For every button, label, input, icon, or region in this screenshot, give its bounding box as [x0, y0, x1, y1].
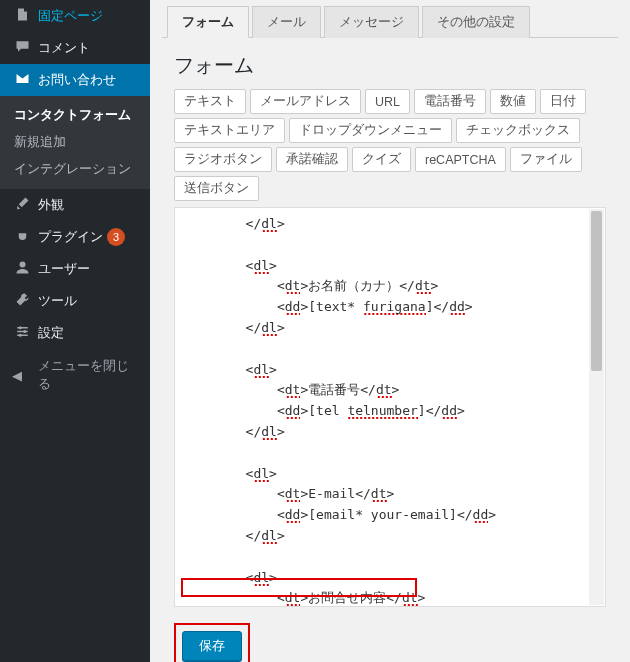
wrench-icon — [12, 292, 32, 310]
svg-point-3 — [18, 334, 21, 337]
sidebar-item-tools[interactable]: ツール — [0, 285, 150, 317]
sidebar-item-pages[interactable]: 固定ページ — [0, 0, 150, 32]
tab-bar: フォーム メール メッセージ その他の設定 — [162, 5, 618, 38]
sidebar-item-comments[interactable]: コメント — [0, 32, 150, 64]
sidebar-item-label: ユーザー — [38, 260, 90, 278]
user-icon — [12, 260, 32, 278]
sidebar-item-label: お問い合わせ — [38, 71, 116, 89]
tag-button[interactable]: クイズ — [352, 147, 411, 172]
save-button[interactable]: 保存 — [182, 631, 242, 661]
collapse-icon: ◀ — [12, 368, 32, 383]
mail-icon — [12, 71, 32, 89]
panel-heading: フォーム — [174, 52, 606, 79]
tag-button[interactable]: 電話番号 — [414, 89, 486, 114]
plug-icon — [12, 228, 32, 246]
sliders-icon — [12, 324, 32, 342]
sidebar-collapse[interactable]: ◀ メニューを閉じる — [0, 349, 150, 401]
sidebar-item-plugins[interactable]: プラグイン 3 — [0, 221, 150, 253]
tag-button[interactable]: URL — [365, 89, 410, 114]
tab-mail[interactable]: メール — [252, 6, 321, 38]
sidebar-item-label: プラグイン — [38, 228, 103, 246]
tag-button[interactable]: 送信ボタン — [174, 176, 259, 201]
admin-sidebar: 固定ページ コメント お問い合わせ コンタクトフォーム 新規追加 インテグレーシ… — [0, 0, 150, 662]
form-editor[interactable]: </dl> <dl> <dt>お名前（カナ）</dt> <dd>[text* f… — [175, 208, 605, 606]
scrollbar[interactable] — [589, 209, 604, 605]
annotation-save-wrap: 保存 — [174, 623, 250, 662]
comment-icon — [12, 39, 32, 57]
tag-generator-row: テキストメールアドレスURL電話番号数値日付テキストエリアドロップダウンメニュー… — [174, 89, 606, 201]
sidebar-item-label: ツール — [38, 292, 77, 310]
svg-point-2 — [23, 330, 26, 333]
sidebar-item-label: コメント — [38, 39, 90, 57]
sidebar-sub-addnew[interactable]: 新規追加 — [0, 129, 150, 156]
sidebar-item-label: 外観 — [38, 196, 64, 214]
tab-additional[interactable]: その他の設定 — [422, 6, 530, 38]
tab-form[interactable]: フォーム — [167, 6, 249, 38]
tag-button[interactable]: ファイル — [510, 147, 582, 172]
tag-button[interactable]: 承諾確認 — [276, 147, 348, 172]
form-panel: フォーム テキストメールアドレスURL電話番号数値日付テキストエリアドロップダウ… — [162, 38, 618, 662]
brush-icon — [12, 196, 32, 214]
tag-button[interactable]: ラジオボタン — [174, 147, 272, 172]
svg-point-0 — [19, 262, 25, 268]
sidebar-item-users[interactable]: ユーザー — [0, 253, 150, 285]
sidebar-submenu: コンタクトフォーム 新規追加 インテグレーション — [0, 96, 150, 189]
tag-button[interactable]: チェックボックス — [456, 118, 580, 143]
sidebar-sub-contactforms[interactable]: コンタクトフォーム — [0, 102, 150, 129]
sidebar-sub-integration[interactable]: インテグレーション — [0, 156, 150, 183]
sidebar-item-settings[interactable]: 設定 — [0, 317, 150, 349]
form-editor-wrap: </dl> <dl> <dt>お名前（カナ）</dt> <dd>[text* f… — [174, 207, 606, 607]
main-content: フォーム メール メッセージ その他の設定 フォーム テキストメールアドレスUR… — [150, 0, 630, 662]
tag-button[interactable]: reCAPTCHA — [415, 147, 506, 172]
scrollbar-thumb[interactable] — [591, 211, 602, 371]
sidebar-collapse-label: メニューを閉じる — [38, 357, 140, 393]
svg-point-1 — [18, 326, 21, 329]
tag-button[interactable]: ドロップダウンメニュー — [289, 118, 452, 143]
sidebar-item-contact[interactable]: お問い合わせ — [0, 64, 150, 96]
tag-button[interactable]: 日付 — [540, 89, 586, 114]
update-badge: 3 — [107, 228, 125, 246]
tag-button[interactable]: テキストエリア — [174, 118, 285, 143]
tag-button[interactable]: 数値 — [490, 89, 536, 114]
tab-messages[interactable]: メッセージ — [324, 6, 419, 38]
tag-button[interactable]: テキスト — [174, 89, 246, 114]
tag-button[interactable]: メールアドレス — [250, 89, 361, 114]
sidebar-item-label: 固定ページ — [38, 7, 103, 25]
file-icon — [12, 7, 32, 25]
sidebar-item-appearance[interactable]: 外観 — [0, 189, 150, 221]
sidebar-item-label: 設定 — [38, 324, 64, 342]
